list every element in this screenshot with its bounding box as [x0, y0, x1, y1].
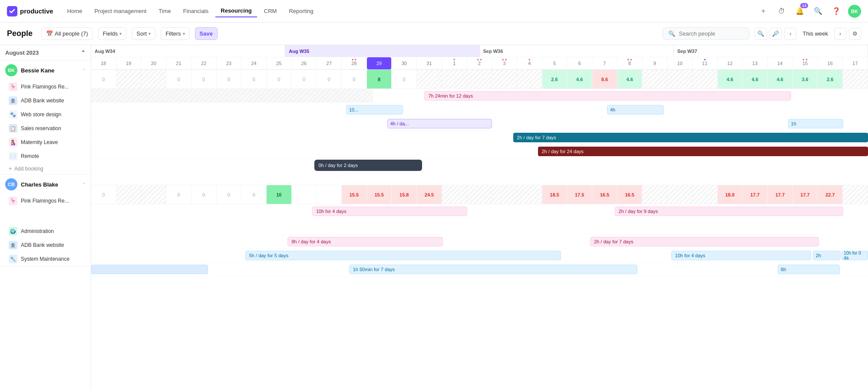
- bar-pink-charles-2[interactable]: 2h / day for 9 days: [615, 206, 844, 216]
- gc-c-15: 17.7: [793, 185, 818, 204]
- nav-project-management[interactable]: Project management: [89, 5, 152, 17]
- gc-b-7: 8.6: [592, 70, 617, 88]
- gc-c-31: 24.5: [417, 185, 442, 204]
- gc-c-3: [492, 185, 517, 204]
- bar-adb-2h[interactable]: 2h: [813, 251, 841, 260]
- next-week-button[interactable]: ›: [834, 28, 846, 40]
- bar-maternity-bessie[interactable]: 2h / day for 24 days: [538, 147, 868, 156]
- gc-b-18: 0: [91, 70, 116, 88]
- gc-c-24: 0: [241, 185, 267, 204]
- person-row-bessie[interactable]: BK Bessie Kane ⌃: [0, 61, 91, 80]
- gc-b-1: [442, 70, 467, 88]
- project-row-sales-res[interactable]: 📋 Sales reservation: [0, 121, 91, 135]
- new-button[interactable]: ＋: [757, 5, 770, 18]
- project-row-adb-bank[interactable]: 🏦 ADB Bank website: [0, 94, 91, 108]
- search-box[interactable]: 🔍: [663, 27, 749, 40]
- collapse-all-icon[interactable]: ⌃: [81, 49, 86, 56]
- project-name-administration: Administration: [21, 228, 86, 234]
- zoom-out-icon[interactable]: 🔍: [755, 28, 767, 40]
- sort-button[interactable]: Sort ▾: [132, 27, 155, 40]
- project-row-pink-flamingos[interactable]: 🦩 Pink Flamingos Re...: [0, 80, 91, 94]
- bar-web-1h[interactable]: 1h: [788, 119, 844, 128]
- bar-adb-4h[interactable]: 4h: [607, 105, 664, 115]
- person-row-charles[interactable]: CB Charles Blake ⌃: [0, 175, 91, 194]
- project-row-web-store[interactable]: 🐾 Web store design: [0, 108, 91, 121]
- bar-admin-charles-2[interactable]: 2h / day for 7 days: [590, 237, 819, 246]
- project-icon-system-maintenance: 🔧: [9, 255, 17, 263]
- gc-b-17: [843, 70, 868, 88]
- save-button[interactable]: Save: [195, 27, 218, 40]
- nav-reporting[interactable]: Reporting: [284, 5, 318, 17]
- add-booking-bessie[interactable]: + Add booking: [0, 163, 91, 174]
- gc-b-2: [467, 70, 492, 88]
- settings-icon[interactable]: ⚙: [849, 28, 861, 40]
- bar-pink-charles[interactable]: 10h for 4 days: [312, 206, 467, 216]
- gc-c-8: 16.5: [617, 185, 643, 204]
- top-nav: productive Home Project management Time …: [0, 0, 868, 23]
- app-name: productive: [20, 7, 53, 15]
- gc-c-19: [116, 185, 142, 204]
- plus-icon: +: [9, 166, 12, 172]
- help-icon[interactable]: ❓: [830, 5, 843, 18]
- nav-financials[interactable]: Financials: [178, 5, 214, 17]
- project-row-remote[interactable]: ✉️ Remote: [0, 149, 91, 163]
- timer-icon[interactable]: ⏱: [775, 5, 788, 18]
- notifications-button[interactable]: 🔔 13: [793, 5, 806, 18]
- nav-resourcing[interactable]: Resourcing: [215, 5, 257, 17]
- day-26: 26: [292, 57, 317, 69]
- project-row-maternity[interactable]: 🤱 Maternity Leave: [0, 135, 91, 149]
- project-row-adb-bank-charles[interactable]: 🏦 ADB Bank website: [0, 238, 91, 252]
- gc-c-22: 0: [191, 185, 217, 204]
- all-people-label: All people (7): [55, 30, 88, 37]
- collapse-icon-charles[interactable]: ⌃: [82, 182, 86, 187]
- gc-b-26: 0: [292, 70, 317, 88]
- project-icon-sales-res: 📋: [9, 124, 17, 133]
- project-row-system-maintenance[interactable]: 🔧 System Maintenance: [0, 252, 91, 266]
- bar-adb-charles[interactable]: 5h / day for 5 days: [245, 251, 561, 260]
- nav-home[interactable]: Home: [62, 5, 88, 17]
- user-avatar[interactable]: BK: [848, 5, 861, 18]
- project-name-maternity: Maternity Leave: [21, 139, 86, 145]
- bar-admin-charles[interactable]: 8h / day for 4 days: [287, 237, 442, 246]
- project-icon-maternity: 🤱: [9, 138, 17, 147]
- day-12: 12: [718, 57, 743, 69]
- month-label: August 2023: [5, 49, 39, 56]
- person-name-charles: Charles Blake: [21, 181, 79, 188]
- logo[interactable]: productive: [7, 6, 53, 16]
- bar-web-store-bessie[interactable]: 4h / da...: [387, 119, 492, 128]
- bar-system-1h50[interactable]: 1h 50min for 7 days: [349, 265, 637, 274]
- gc-b-24: 0: [241, 70, 267, 88]
- add-booking-spacer-bessie: [91, 172, 868, 185]
- toolbar: People 📅 All people (7) Fields ▾ Sort ▾ …: [0, 23, 868, 45]
- gc-c-10: [667, 185, 693, 204]
- booking-row-adb-bank-bessie: 10... 4h: [91, 103, 868, 117]
- notification-count: 13: [800, 3, 808, 8]
- project-row-charles-pink[interactable]: 🦩 Pink Flamingos Re...: [0, 194, 91, 208]
- day-27: 27: [317, 57, 342, 69]
- prev-week-button[interactable]: ‹: [784, 28, 796, 40]
- all-people-button[interactable]: 📅 All people (7): [41, 27, 93, 40]
- toolbar-search: 🔍: [663, 27, 749, 40]
- gc-c-4: [517, 185, 542, 204]
- nav-crm[interactable]: CRM: [259, 5, 282, 17]
- project-row-administration[interactable]: 🌍 Administration: [0, 224, 91, 238]
- collapse-icon-bessie[interactable]: ⌃: [82, 68, 86, 73]
- filters-button[interactable]: Filters ▾: [161, 27, 189, 40]
- bar-adb-10h-0d[interactable]: 10h for 0 da: [842, 251, 868, 260]
- project-name-pink-flamingos: Pink Flamingos Re...: [21, 84, 86, 90]
- booking-row-admin-charles: 8h / day for 4 days 2h / day for 7 days: [91, 235, 868, 249]
- gc-b-22: 0: [191, 70, 217, 88]
- day-row: 18 19 20 21 22 23 24 25 26 27 ▼▼ 28 29 3…: [91, 57, 868, 69]
- search-input[interactable]: [679, 30, 744, 37]
- bar-sales-bessie[interactable]: 2h / day for 7 days: [513, 133, 868, 142]
- nav-time[interactable]: Time: [153, 5, 176, 17]
- bar-adb-10h[interactable]: 10h for 4 days: [671, 251, 811, 260]
- day-30: 30: [392, 57, 417, 69]
- search-nav-icon[interactable]: 🔍: [812, 5, 825, 18]
- gc-c-16: 22.7: [818, 185, 843, 204]
- fields-button[interactable]: Fields ▾: [98, 27, 127, 40]
- zoom-in-icon[interactable]: 🔎: [769, 28, 782, 40]
- bar-system-8h[interactable]: 8h: [778, 265, 840, 274]
- bar-pink-flamingos-bessie[interactable]: 7h 24min for 12 days: [424, 91, 791, 101]
- bar-adb-bank-bessie[interactable]: 10...: [346, 105, 403, 115]
